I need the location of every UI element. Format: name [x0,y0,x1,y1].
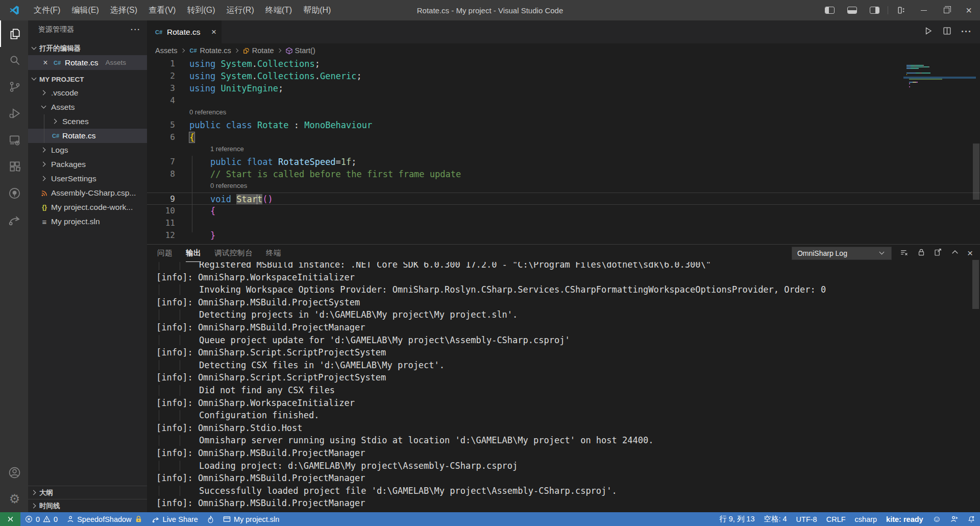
menu-item-5[interactable]: 运行(R) [221,0,260,20]
run-file-icon[interactable] [923,26,933,38]
live-share-status[interactable]: Live Share [147,512,203,526]
restore-button[interactable] [935,0,958,20]
layout-sidebar-right-icon[interactable] [863,0,886,20]
code-line-2[interactable]: 2using System.Collections.Generic; [147,70,980,82]
code-line-3[interactable]: 3using UnityEngine; [147,82,980,94]
tree-item-my-project-sln[interactable]: ≡My project.sln [28,214,147,229]
workspace-file-icon: {} [40,204,49,211]
chevron-right-icon [233,47,240,54]
layout-panel-icon[interactable] [841,0,863,20]
panel-tab-3[interactable]: 终端 [266,245,281,262]
cursor-position[interactable]: 行 9, 列 13 [715,512,759,526]
search-icon[interactable] [0,47,28,74]
code-line-10[interactable]: 10 { [147,205,980,217]
clear-output-icon[interactable] [899,248,909,259]
lock-scroll-icon[interactable] [917,248,926,259]
menu-item-2[interactable]: 选择(S) [105,0,143,20]
share-feedback-icon[interactable] [946,512,963,526]
timeline-section[interactable]: 时间线 [28,499,147,512]
solution-status[interactable]: My project.sln [218,512,284,526]
panel-scrollbar[interactable] [972,260,979,309]
live-share-icon[interactable] [0,206,28,233]
panel-tab-0[interactable]: 问题 [157,245,173,262]
open-output-in-editor-icon[interactable] [934,248,943,259]
panel-tab-2[interactable]: 调试控制台 [214,245,253,262]
indentation-status[interactable]: 空格: 4 [759,512,791,526]
close-editor-icon[interactable]: × [41,58,50,67]
feedback-smiley-icon[interactable]: ☺ [928,512,946,526]
breadcrumb-method[interactable]: Start() [285,46,315,55]
panel-tab-1[interactable]: 输出 [186,245,201,262]
breadcrumb-assets[interactable]: Assets [155,46,178,55]
code-line-9[interactable]: 9 void Start() [147,193,980,205]
open-editors-header[interactable]: 打开的编辑器 [28,42,147,55]
tree-item-my-project-code-work-[interactable]: {}My project.code-work... [28,200,147,214]
project-root-header[interactable]: MY PROJECT [28,73,147,86]
menu-item-3[interactable]: 查看(V) [143,0,181,20]
language-mode[interactable]: csharp [850,512,882,526]
code-line-1[interactable]: 1using System.Collections; [147,58,980,70]
code-line-11[interactable]: 11 [147,217,980,229]
menu-item-1[interactable]: 编辑(E) [66,0,104,20]
remote-explorer-icon[interactable] [0,127,28,153]
settings-gear-icon[interactable]: ⚙ [0,486,28,512]
code-line-5[interactable]: 5public class Rotate : MonoBehaviour [147,119,980,131]
code-line-6[interactable]: 6{ [147,131,980,144]
maximize-panel-icon[interactable] [950,248,960,259]
codelens[interactable]: 0 references [147,107,980,119]
code-editor[interactable]: 1using System.Collections;2using System.… [147,58,980,244]
outline-section[interactable]: 大纲 [28,486,147,499]
problems-status[interactable]: 0 0 [20,512,62,526]
more-actions-icon[interactable]: ··· [961,27,972,37]
account-status[interactable]: SpeedofShadow [62,512,146,526]
eol-status[interactable]: CRLF [822,512,850,526]
remote-indicator[interactable] [0,512,20,526]
close-panel-icon[interactable]: × [967,248,973,259]
menu-item-0[interactable]: 文件(F) [28,0,66,20]
menu-item-4[interactable]: 转到(G) [181,0,220,20]
menu-item-6[interactable]: 终端(T) [260,0,298,20]
open-editor-item[interactable]: × C# Rotate.cs Assets [28,55,147,70]
tab-rotate-cs[interactable]: C# Rotate.cs × [147,20,222,43]
notifications-bell-icon[interactable] [963,512,980,526]
flame-status[interactable] [203,512,218,526]
run-debug-icon[interactable] [0,100,28,127]
output-log[interactable]: Registered MSBuild instance: .NET Core S… [156,262,965,512]
layout-sidebar-left-icon[interactable] [818,0,841,20]
menu-item-7[interactable]: 帮助(H) [298,0,336,20]
split-editor-icon[interactable] [942,26,952,38]
tree-item-usersettings[interactable]: UserSettings [28,172,147,186]
tree-item-rotate-cs[interactable]: C#Rotate.cs [28,129,147,143]
output-channel-select[interactable]: OmniSharp Log [792,247,892,260]
tree-item-assets[interactable]: Assets [28,100,147,114]
minimize-button[interactable] [913,0,935,20]
breadcrumb-file[interactable]: C# Rotate.cs [189,46,231,55]
accounts-icon[interactable] [0,459,28,486]
tree-item--vscode[interactable]: .vscode [28,86,147,100]
explorer-actions-icon[interactable]: ··· [131,26,141,34]
codelens[interactable]: 1 reference [147,144,980,156]
extensions-icon[interactable] [0,153,28,180]
code-line-7[interactable]: 7 public float RotateSpeed=1f; [147,156,980,168]
codelens[interactable]: 0 references [147,180,980,193]
github-icon[interactable] [0,180,28,206]
source-control-icon[interactable] [0,74,28,100]
tree-item-packages[interactable]: Packages [28,157,147,172]
customize-layout-icon[interactable] [890,0,913,20]
close-window-button[interactable]: × [958,0,980,20]
explorer-icon[interactable] [0,20,28,47]
tree-item-assembly-csharp-csp-[interactable]: Assembly-CSharp.csp... [28,186,147,200]
tree-item-scenes[interactable]: Scenes [28,114,147,129]
close-tab-icon[interactable]: × [211,27,216,37]
minimap[interactable] [906,60,972,83]
tree-item-logs[interactable]: Logs [28,143,147,157]
code-line-12[interactable]: 12 } [147,229,980,242]
tab-bar: C# Rotate.cs × ··· [147,20,980,43]
title-bar: 文件(F)编辑(E)选择(S)查看(V)转到(G)运行(R)终端(T)帮助(H)… [0,0,980,20]
code-line-8[interactable]: 8 // Start is called before the first fr… [147,168,980,180]
breadcrumb-class[interactable]: Rotate [242,46,274,55]
kite-status[interactable]: kite: ready [881,512,928,526]
editor-scrollbar[interactable] [973,144,979,200]
code-line-4[interactable]: 4 [147,94,980,107]
encoding-status[interactable]: UTF-8 [792,512,822,526]
